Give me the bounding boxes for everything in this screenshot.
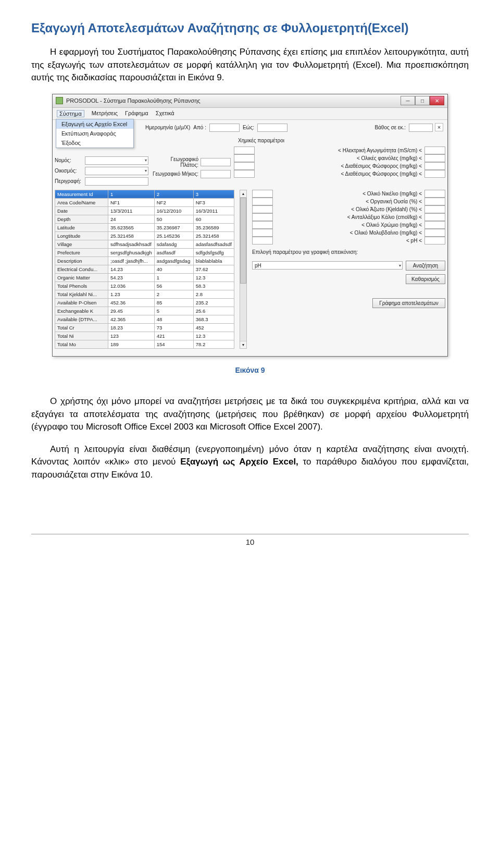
nomos-combo[interactable] (85, 156, 148, 165)
table-row: Villagesdfhsadjsadkhsadfsdafasdgadasfasd… (55, 240, 234, 248)
chem-min-input[interactable] (252, 229, 273, 237)
chem-max-input[interactable] (424, 162, 445, 170)
menu-export-excel[interactable]: Εξαγωγή ως Αρχείο Excel (56, 119, 133, 129)
chem-row: < Ολικό Χρώμιο (mg/kg) < (252, 221, 445, 229)
chem-max-input[interactable] (424, 154, 445, 162)
chem-label: < Διαθέσιμος Φώσφορος (mg/kg) < (256, 171, 423, 177)
scroll-up[interactable]: ▴ (240, 190, 246, 198)
chem-min-input[interactable] (252, 221, 273, 229)
param-combo[interactable]: pH (252, 261, 403, 270)
chem-max-input[interactable] (424, 213, 445, 221)
table-cell: Total Cr (55, 323, 108, 332)
table-scrollbar[interactable]: ▴ ▾ (240, 190, 247, 349)
chem-max-input[interactable] (424, 229, 445, 237)
clear-button[interactable]: Καθαρισμός (406, 274, 445, 284)
lat-label: Γεωγραφικό Πλάτος: (152, 156, 198, 168)
table-cell: 12.036 (108, 282, 155, 290)
table-row: Area Code/NameNF1NF2NF3 (55, 198, 234, 206)
menu-measurements[interactable]: Μετρήσεις (92, 110, 118, 117)
lon-input[interactable] (201, 170, 231, 178)
nomos-label: Νομός: (55, 157, 83, 163)
chem-label: < Ολικές φαινόλες (mg/kg) < (256, 155, 423, 161)
chem-max-input[interactable] (424, 237, 445, 244)
table-row: Longtitude25.32145825.14523625.321458 (55, 231, 234, 240)
page-title: Εξαγωγή Αποτελεσμάτων Αναζήτησης σε Φυλλ… (31, 21, 469, 35)
menubar: Σύστημα Μετρήσεις Γράφημα Σχετικά (53, 108, 447, 120)
search-button[interactable]: Αναζήτηση (406, 261, 445, 271)
table-header: Measurement Id (55, 190, 108, 198)
table-cell: 37.62 (193, 265, 234, 273)
table-row: Total Kjeldahl Ni...1.2322.8 (55, 290, 234, 298)
table-cell: Available (DTPA... (55, 315, 108, 323)
table-cell: 235.2 (193, 298, 234, 307)
chem-min-input[interactable] (234, 170, 255, 178)
table-cell: Longtitude (55, 231, 108, 240)
chem-max-input[interactable] (424, 170, 445, 178)
to-label: Εώς: (243, 125, 254, 130)
menu-exit[interactable]: Έξοδος (56, 138, 133, 148)
chem-min-input[interactable] (252, 237, 273, 244)
table-cell: Total Mo (55, 340, 108, 348)
menu-print-report[interactable]: Εκτύπωση Αναφοράς (56, 129, 133, 138)
table-header: 3 (193, 190, 234, 198)
menu-graph[interactable]: Γράφημα (125, 110, 148, 117)
table-cell: Description (55, 256, 108, 265)
chem-label: < Ολικό Άζωτο (Kjeldahl) (%) < (274, 206, 423, 212)
menu-system[interactable]: Σύστημα (57, 110, 84, 117)
table-cell: 85 (154, 298, 193, 307)
chem-min-input[interactable] (252, 190, 273, 198)
chem-min-input[interactable] (252, 205, 273, 213)
table-cell: 2 (154, 290, 193, 298)
chem-row: < Ανταλλάξιμο Κάλιο (cmol/kg) < (252, 213, 445, 221)
menu-about[interactable]: Σχετικά (156, 110, 174, 117)
close-button[interactable]: ✕ (430, 96, 444, 105)
table-cell: 25.145236 (154, 231, 193, 240)
from-input[interactable] (209, 124, 240, 132)
chem-min-input[interactable] (234, 162, 255, 170)
chem-max-input[interactable] (424, 205, 445, 213)
chem-min-input[interactable] (252, 213, 273, 221)
table-cell: 12.3 (193, 273, 234, 282)
chem-max-input[interactable] (424, 146, 445, 154)
scroll-thumb[interactable] (240, 198, 246, 284)
chem-max-input[interactable] (424, 221, 445, 229)
oikismos-combo[interactable] (85, 167, 148, 175)
to-input[interactable] (257, 124, 288, 132)
from-label: Από : (193, 125, 206, 130)
table-cell: 16/12/2010 (154, 206, 193, 215)
table-row: Organic Matter54.23112.3 (55, 273, 234, 282)
minimize-button[interactable]: ─ (401, 96, 415, 105)
table-cell: 58.3 (193, 282, 234, 290)
depth-input[interactable] (409, 124, 433, 132)
paragraph-1: Η εφαρμογή του Συστήματος Παρακολούθησης… (31, 46, 469, 84)
depth-label: Βάθος σε εκ.: (374, 125, 406, 130)
table-row: Description;oasdf ;jasdhjfh...asdgasdfgs… (55, 256, 234, 265)
window-titlebar: PROSODOL - Σύστημα Παρακολούθησης Ρύπανσ… (53, 94, 447, 108)
chem-min-input[interactable] (234, 154, 255, 162)
table-cell: 54.23 (108, 273, 155, 282)
graph-button[interactable]: Γράφημα αποτελεσμάτων (372, 298, 445, 308)
lat-input[interactable] (201, 158, 231, 166)
chem-row: < Ολικό Νικέλιο (mg/kg) < (252, 190, 445, 198)
table-cell: 78.2 (193, 340, 234, 348)
table-cell: 12.3 (193, 332, 234, 340)
perigrafi-input[interactable] (85, 177, 148, 186)
chem-min-input[interactable] (234, 146, 255, 154)
table-cell: 56 (154, 282, 193, 290)
table-cell: 189 (108, 340, 155, 348)
table-cell: Village (55, 240, 108, 248)
tab-close[interactable]: × (435, 123, 443, 131)
table-cell: 1 (154, 273, 193, 282)
chem-max-input[interactable] (424, 190, 445, 198)
app-icon (56, 97, 63, 104)
scroll-down[interactable]: ▾ (240, 341, 246, 348)
chem-row: < Ολικό Μολυβδαίνιο (mg/kg) < (252, 229, 445, 237)
table-cell: 13/3/2011 (108, 206, 155, 215)
system-dropdown: Εξαγωγή ως Αρχείο Excel Εκτύπωση Αναφορά… (56, 119, 134, 148)
maximize-button[interactable]: □ (415, 96, 430, 105)
param-label: Επιλογή παραμέτρου για γραφική απεικόνισ… (252, 249, 445, 255)
table-cell: Exchangeable K (55, 307, 108, 315)
chem-max-input[interactable] (424, 198, 445, 205)
chem-min-input[interactable] (252, 198, 273, 205)
table-cell: Organic Matter (55, 273, 108, 282)
